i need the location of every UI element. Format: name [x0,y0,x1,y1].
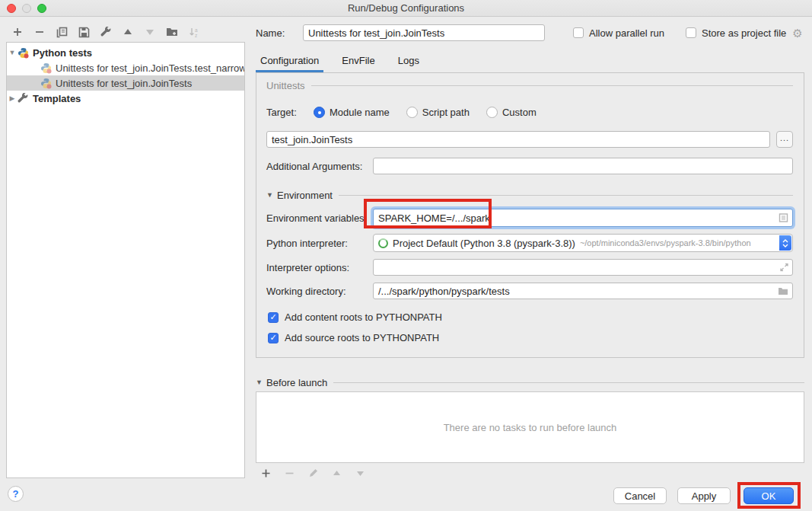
move-task-up-icon [330,466,343,480]
python-interpreter-path: ~/opt/miniconda3/envs/pyspark-3.8/bin/py… [580,238,751,248]
move-task-down-icon [353,466,367,480]
interpreter-options-row: Interpreter options: [266,259,793,276]
create-new-folder-icon[interactable] [165,25,179,39]
radio-script-path-label: Script path [422,107,470,118]
radio-icon[interactable] [406,107,418,118]
python-test-icon [40,78,52,89]
working-directory-value: /.../spark/python/pyspark/tests [378,286,510,297]
configurations-toolbar: az [11,24,201,40]
sort-configurations-icon: az [187,25,201,39]
python-interpreter-value: Project Default (Python 3.8 (pyspark-3.8… [393,238,575,249]
check-icon: ✓ [269,312,276,322]
radio-custom[interactable]: Custom [486,107,537,118]
window-titlebar: Run/Debug Configurations [0,0,812,17]
environment-variables-label: Environment variables: [266,212,373,224]
browse-button[interactable]: ... [776,131,793,148]
radio-module-name[interactable]: Module name [314,107,390,118]
environment-variables-input[interactable]: SPARK_HOME=/.../spark [373,209,793,227]
gear-icon[interactable]: ⚙ [792,27,802,39]
cancel-button[interactable]: Cancel [613,487,667,504]
working-directory-input[interactable]: /.../spark/python/pyspark/tests [373,283,793,299]
additional-arguments-row: Additional Arguments: [266,158,793,174]
before-launch-toolbar [259,466,367,480]
python-interpreter-select[interactable]: Project Default (Python 3.8 (pyspark-3.8… [373,234,793,252]
tree-item-label: Unittests for test_join.JoinTests [56,78,192,89]
interpreter-options-label: Interpreter options: [266,262,373,273]
name-input[interactable]: Unittests for test_join.JoinTests [303,24,545,41]
add-content-roots-checkbox[interactable]: ✓ Add content roots to PYTHONPATH [268,311,793,323]
radio-script-path[interactable]: Script path [406,107,470,118]
before-launch-label: Before launch [266,377,327,388]
select-stepper-icon[interactable] [779,235,791,251]
tree-item-label: Python tests [33,47,92,59]
tab-envfile[interactable]: EnvFile [337,55,379,72]
svg-text:z: z [195,32,197,37]
templates-wrench-icon [18,93,29,104]
remove-task-icon [282,466,296,480]
edit-templates-icon[interactable] [99,25,113,39]
configuration-panel: Unittests Target: Module name Script pat… [256,72,804,358]
name-value: Unittests for test_join.JoinTests [308,27,444,39]
before-launch-task-list[interactable]: There are no tasks to run before launch [256,391,804,463]
checkbox-unchecked[interactable] [573,27,584,38]
environment-variables-row: Environment variables: SPARK_HOME=/.../s… [266,209,793,227]
conda-environment-icon [378,238,388,248]
before-launch-empty-text: There are no tasks to run before launch [444,422,617,433]
add-source-roots-label: Add source roots to PYTHONPATH [285,332,439,343]
python-interpreter-row: Python interpreter: Project Default (Pyt… [266,234,793,252]
chevron-right-icon[interactable]: ▶ [7,94,18,102]
add-source-roots-checkbox[interactable]: ✓ Add source roots to PYTHONPATH [268,332,793,343]
copy-icon[interactable] [55,25,68,39]
folder-icon[interactable] [778,286,788,295]
tree-item-label: Unittests for test_join.JoinTests.test_n… [56,62,244,74]
before-launch-section-header[interactable]: ▼ Before launch [256,376,804,388]
radio-selected-icon[interactable] [314,107,325,118]
store-as-project-file-label: Store as project file [702,27,786,39]
chevron-down-icon[interactable]: ▼ [7,49,18,56]
tree-item-test-narrow[interactable]: Unittests for test_join.JoinTests.test_n… [7,60,244,75]
tree-item-label: Templates [33,93,81,104]
add-content-roots-label: Add content roots to PYTHONPATH [285,311,442,323]
radio-custom-label: Custom [502,107,537,118]
python-tests-icon [18,47,29,59]
expand-field-icon[interactable] [780,263,788,272]
checkbox-checked[interactable]: ✓ [268,333,279,343]
environment-variables-value: SPARK_HOME=/.../spark [378,212,490,224]
additional-arguments-input[interactable] [373,158,793,174]
checkbox-checked[interactable]: ✓ [268,312,279,323]
tree-item-python-tests[interactable]: ▼ Python tests [7,45,244,60]
environment-section-header[interactable]: ▼ Environment [266,189,793,201]
help-button[interactable]: ? [8,486,24,502]
radio-icon[interactable] [486,107,498,118]
module-name-input[interactable]: test_join.JoinTests [266,131,770,148]
tree-item-jointests-selected[interactable]: Unittests for test_join.JoinTests [7,75,244,91]
store-as-project-file-checkbox[interactable]: Store as project file [686,27,786,39]
chevron-down-icon[interactable]: ▼ [256,378,266,386]
tab-configuration[interactable]: Configuration [256,55,323,72]
tree-item-templates[interactable]: ▶ Templates [7,91,244,106]
save-icon[interactable] [77,25,91,39]
svg-text:a: a [195,27,198,32]
apply-button[interactable]: Apply [677,487,731,504]
unittests-section-label: Unittests [266,80,305,91]
allow-parallel-run-checkbox[interactable]: Allow parallel run [573,27,664,39]
add-task-icon[interactable] [259,466,272,480]
interpreter-options-input[interactable] [373,259,793,276]
config-tabs: Configuration EnvFile Logs [256,50,438,72]
browse-variables-icon[interactable] [779,213,788,223]
checkbox-unchecked[interactable] [686,27,696,38]
edit-task-icon [306,466,320,480]
python-test-icon [40,62,52,74]
configurations-tree: ▼ Python tests Unittests for test_join.J… [6,42,245,478]
remove-icon[interactable] [33,25,46,39]
working-directory-label: Working directory: [266,286,373,297]
module-name-value: test_join.JoinTests [272,134,352,145]
move-up-icon[interactable] [121,25,135,39]
environment-section-label: Environment [277,190,333,201]
ok-button[interactable]: OK [744,487,794,504]
python-interpreter-label: Python interpreter: [266,238,373,249]
tab-logs[interactable]: Logs [393,55,424,72]
target-row: Target: Module name Script path Custom [266,107,793,118]
chevron-down-icon[interactable]: ▼ [266,191,277,199]
add-icon[interactable] [11,25,24,39]
